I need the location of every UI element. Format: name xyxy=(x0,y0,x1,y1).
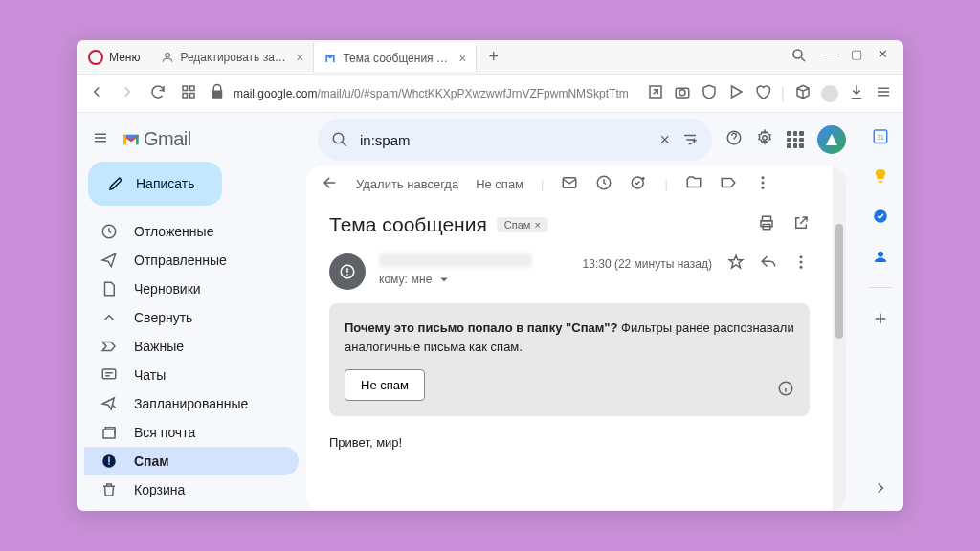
apps-icon[interactable] xyxy=(787,131,804,148)
delete-forever-button[interactable]: Удалить навсегда xyxy=(356,177,458,191)
folder-label: Важные xyxy=(134,339,184,354)
tab-close-icon[interactable]: × xyxy=(458,51,466,66)
tab-close-icon[interactable]: × xyxy=(296,50,303,65)
sender-to[interactable]: кому: мне xyxy=(379,271,569,288)
message-toolbar: Удалить навсегда Не спам | | xyxy=(306,166,833,202)
scrollbar-thumb[interactable] xyxy=(835,224,843,339)
mark-unread-icon[interactable] xyxy=(561,174,578,194)
folder-chats[interactable]: Чаты xyxy=(84,361,299,389)
filter-icon[interactable] xyxy=(681,131,699,148)
calendar-icon[interactable]: 31 xyxy=(871,126,890,145)
folder-scheduled[interactable]: Запланированные xyxy=(84,389,299,418)
subject-row: Тема сообщения Спам× xyxy=(329,213,810,236)
svg-point-21 xyxy=(761,176,764,179)
folder-list: Отложенные Отправленные Черновики Сверну… xyxy=(77,217,306,504)
heart-icon[interactable] xyxy=(754,83,771,104)
snooze-icon[interactable] xyxy=(595,174,612,194)
send-icon xyxy=(100,252,119,269)
folder-label: Свернуть xyxy=(134,310,192,325)
tasks-icon[interactable] xyxy=(871,207,890,226)
speed-dial-icon[interactable] xyxy=(180,83,197,104)
add-app-icon[interactable] xyxy=(871,309,890,328)
spam-chip[interactable]: Спам× xyxy=(497,217,548,232)
menu-icon[interactable] xyxy=(875,83,892,104)
folder-important[interactable]: Важные xyxy=(84,332,299,361)
svg-rect-14 xyxy=(108,463,110,465)
help-icon[interactable] xyxy=(725,129,743,150)
lock-icon xyxy=(209,83,226,103)
close-button[interactable]: ✕ xyxy=(878,47,888,67)
tab-strip: Меню Редактировать запись "Li × Тема соо… xyxy=(77,40,775,74)
svg-rect-28 xyxy=(346,268,348,273)
window-controls: — ▢ ✕ xyxy=(775,47,903,67)
browser-window: Меню Редактировать запись "Li × Тема соо… xyxy=(77,40,903,511)
more-icon[interactable] xyxy=(792,253,810,274)
compose-button[interactable]: Написать xyxy=(88,162,222,206)
svg-point-31 xyxy=(800,261,803,264)
download-icon[interactable] xyxy=(848,83,865,104)
trash-icon xyxy=(100,481,119,498)
person-icon xyxy=(161,51,174,64)
folder-snoozed[interactable]: Отложенные xyxy=(84,217,299,246)
collapse-panel-icon[interactable] xyxy=(871,478,890,497)
account-avatar[interactable] xyxy=(817,125,846,154)
folder-label: Вся почта xyxy=(134,425,195,440)
side-panel: 31 xyxy=(858,113,903,511)
message-panel: Удалить навсегда Не спам | | xyxy=(306,166,846,511)
new-tab-button[interactable]: + xyxy=(477,47,510,67)
shield-icon[interactable] xyxy=(701,83,718,104)
open-new-icon[interactable] xyxy=(792,214,810,235)
forward-button[interactable] xyxy=(119,83,136,104)
clear-search-icon[interactable]: × xyxy=(659,130,670,150)
profile-avatar[interactable] xyxy=(821,85,838,102)
folder-spam[interactable]: Спам xyxy=(84,447,299,475)
svg-point-22 xyxy=(761,182,764,185)
scrollbar[interactable] xyxy=(833,166,846,511)
browser-tab[interactable]: Редактировать запись "Li × xyxy=(151,43,314,72)
gmail-brand-text: Gmail xyxy=(144,128,191,150)
browser-tab-active[interactable]: Тема сообщения - mikim1 × xyxy=(314,43,477,72)
folder-drafts[interactable]: Черновики xyxy=(84,275,299,303)
settings-icon[interactable] xyxy=(756,129,773,150)
svg-rect-4 xyxy=(183,93,188,98)
move-icon[interactable] xyxy=(685,174,702,194)
sender-avatar[interactable] xyxy=(329,253,366,290)
svg-point-17 xyxy=(763,136,768,141)
cube-icon[interactable] xyxy=(794,83,812,104)
reply-icon[interactable] xyxy=(760,253,777,274)
folder-trash[interactable]: Корзина xyxy=(84,475,299,504)
contacts-icon[interactable] xyxy=(871,247,890,266)
url-field[interactable]: mail.google.com/mail/u/0/#spam/WhctKKXpP… xyxy=(209,83,635,103)
search-icon[interactable] xyxy=(791,47,808,67)
search-field[interactable]: × xyxy=(318,119,712,161)
back-button[interactable] xyxy=(88,83,105,104)
back-icon[interactable] xyxy=(322,174,339,194)
star-icon[interactable] xyxy=(727,253,745,274)
camera-icon[interactable] xyxy=(674,83,691,104)
gmail-logo[interactable]: Gmail xyxy=(122,128,191,150)
banner-not-spam-button[interactable]: Не спам xyxy=(345,369,425,401)
gmail-header: Gmail xyxy=(77,121,306,158)
reload-button[interactable] xyxy=(149,83,167,104)
folder-collapse[interactable]: Свернуть xyxy=(84,303,299,332)
folder-sent[interactable]: Отправленные xyxy=(84,246,299,275)
svg-point-30 xyxy=(800,255,803,258)
info-icon[interactable] xyxy=(777,380,794,401)
more-icon[interactable] xyxy=(754,174,771,194)
hamburger-icon[interactable] xyxy=(92,129,109,150)
maximize-button[interactable]: ▢ xyxy=(851,47,862,67)
folder-allmail[interactable]: Вся почта xyxy=(84,418,299,447)
share-icon[interactable] xyxy=(647,83,664,104)
print-icon[interactable] xyxy=(758,214,775,235)
label-icon[interactable] xyxy=(720,174,737,194)
add-task-icon[interactable] xyxy=(630,174,647,194)
opera-menu-button[interactable]: Меню xyxy=(77,40,151,74)
separator xyxy=(869,287,892,288)
svg-rect-3 xyxy=(190,86,195,91)
play-icon[interactable] xyxy=(727,83,745,104)
search-input[interactable] xyxy=(360,132,648,148)
chip-close-icon[interactable]: × xyxy=(534,219,540,231)
keep-icon[interactable] xyxy=(871,166,890,186)
minimize-button[interactable]: — xyxy=(823,47,835,67)
not-spam-button[interactable]: Не спам xyxy=(476,177,523,191)
